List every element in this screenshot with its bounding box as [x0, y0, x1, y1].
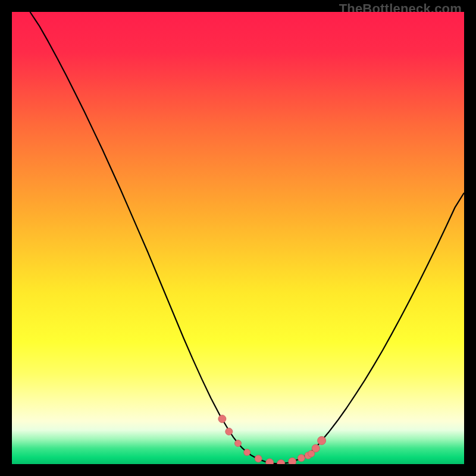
curve-marker	[244, 449, 250, 456]
curve-marker	[298, 455, 305, 462]
curve-marker	[318, 436, 326, 444]
chart-frame	[12, 12, 464, 464]
curve-marker	[226, 428, 233, 435]
curve-marker	[312, 444, 320, 452]
curve-marker	[289, 458, 296, 464]
curve-marker	[266, 459, 274, 464]
curve-marker	[218, 415, 226, 423]
curve-marker	[255, 455, 262, 462]
gradient-background	[12, 12, 464, 464]
curve-marker	[235, 440, 242, 447]
bottleneck-curve-chart	[12, 12, 464, 464]
